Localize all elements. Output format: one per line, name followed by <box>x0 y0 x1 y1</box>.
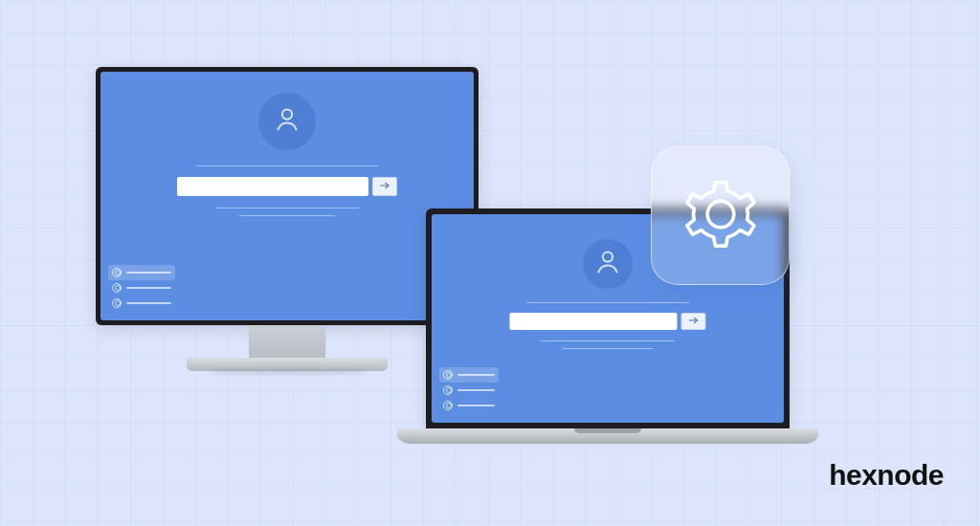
user-switcher <box>439 367 499 413</box>
submit-button[interactable] <box>681 313 706 330</box>
user-icon <box>271 103 303 140</box>
user-switcher <box>108 265 175 311</box>
user-switcher-item[interactable] <box>108 280 175 296</box>
svg-point-1 <box>603 252 612 262</box>
password-row <box>177 177 397 196</box>
separator-line <box>196 165 378 166</box>
svg-point-2 <box>707 201 734 228</box>
separator-line <box>215 208 359 208</box>
user-switcher-item[interactable] <box>439 383 499 398</box>
user-switcher-item[interactable] <box>439 398 499 413</box>
password-input[interactable] <box>177 177 368 196</box>
user-name-placeholder <box>126 287 171 289</box>
separator-line <box>541 340 675 341</box>
user-switcher-item[interactable] <box>439 367 499 383</box>
user-switcher-item[interactable] <box>108 265 175 280</box>
arrow-right-icon <box>378 178 391 196</box>
separator-line <box>563 348 654 349</box>
user-switcher-item[interactable] <box>108 296 175 311</box>
user-icon <box>112 268 122 277</box>
user-avatar <box>583 239 633 289</box>
gear-icon <box>677 170 765 262</box>
arrow-right-icon <box>687 313 701 331</box>
user-icon <box>443 385 453 395</box>
monitor-stand-neck <box>249 325 325 360</box>
user-name-placeholder <box>457 405 495 406</box>
user-name-placeholder <box>457 374 495 376</box>
user-icon <box>112 298 122 308</box>
password-input[interactable] <box>510 313 678 330</box>
user-icon <box>443 370 453 380</box>
password-row <box>510 313 706 330</box>
svg-point-0 <box>282 110 292 120</box>
user-icon <box>112 283 122 293</box>
submit-button[interactable] <box>372 177 397 196</box>
user-icon <box>443 401 453 410</box>
settings-tile <box>651 146 790 285</box>
separator-line <box>239 215 335 216</box>
monitor-stand-base <box>187 358 388 371</box>
user-avatar <box>258 93 316 150</box>
laptop-base <box>397 428 818 444</box>
user-icon <box>591 246 624 282</box>
user-name-placeholder <box>126 272 171 274</box>
separator-line <box>526 302 689 303</box>
brand-logo: hexnode <box>829 459 944 492</box>
user-name-placeholder <box>457 389 495 391</box>
user-name-placeholder <box>126 302 171 304</box>
